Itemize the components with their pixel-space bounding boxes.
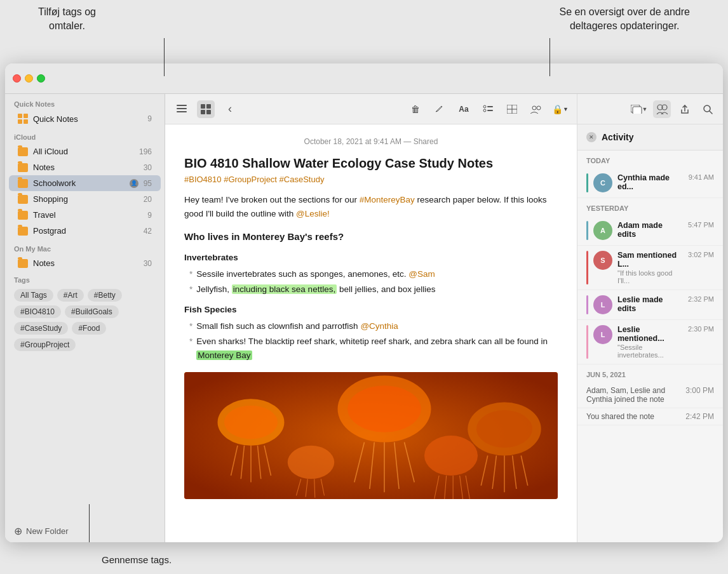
back-icon: ‹ <box>228 102 232 116</box>
activity-info: Leslie mentioned... "Sessile invertebrat… <box>617 325 683 359</box>
svg-point-32 <box>476 410 532 448</box>
activity-close-btn[interactable]: ✕ <box>586 132 597 142</box>
svg-rect-2 <box>177 111 187 112</box>
back-btn[interactable]: ‹ <box>221 100 239 118</box>
shopping-label: Shopping <box>33 194 138 204</box>
monterey-bay-highlight: Monterey Bay <box>196 350 252 360</box>
bullet-item-1: * Sessile invertebrates such as sponges,… <box>184 267 558 281</box>
lock-btn[interactable]: 🔒 ▼ <box>551 100 569 118</box>
cynthia-mention: @Cynthia <box>360 321 398 331</box>
annotation-top-left: Tilføj tags og omtaler. <box>38 5 96 34</box>
bullet-star: * <box>189 319 192 333</box>
svg-point-38 <box>288 446 335 479</box>
grid-icon <box>201 104 211 114</box>
folder-icon <box>18 227 28 236</box>
schoolwork-label: Schoolwork <box>33 178 125 188</box>
activity-icon <box>656 104 668 114</box>
activity-info: Leslie made edits <box>617 295 683 313</box>
activity-info: Cynthia made ed... <box>617 173 684 191</box>
annotation-bottom: Gennemse tags. <box>102 554 172 565</box>
section-title: Who lives in Monterey Bay's reefs? <box>184 229 558 244</box>
tag-bio4810[interactable]: #BIO4810 <box>14 305 61 318</box>
fullscreen-button[interactable] <box>37 74 45 83</box>
postgrad-count: 42 <box>144 227 152 236</box>
traffic-lights <box>13 74 45 83</box>
plus-icon: ⊕ <box>14 525 22 537</box>
tags-label: Tags <box>14 276 156 284</box>
postgrad-label: Postgrad <box>33 226 138 236</box>
activity-name: Cynthia made ed... <box>617 173 684 191</box>
folder-icon <box>18 259 28 268</box>
note-meta: October 18, 2021 at 9:41 AM — Shared <box>184 137 558 146</box>
sam-avatar: S <box>593 251 612 270</box>
tag-groupproject[interactable]: #GroupProject <box>14 338 76 351</box>
search-btn[interactable] <box>699 100 717 118</box>
bullet-item-2: * Jellyfish, including black sea nettles… <box>184 283 558 297</box>
tags-section: Tags All Tags #Art #Betty #BIO4810 #Buil… <box>5 271 165 356</box>
sidebar-item-quick-notes[interactable]: Quick Notes 9 <box>9 110 161 127</box>
photos-btn[interactable]: ▼ <box>630 100 648 118</box>
sidebar-item-shopping[interactable]: Shopping 20 <box>9 191 161 207</box>
svg-point-7 <box>483 105 486 108</box>
lock-icon: 🔒 <box>552 104 563 114</box>
right-toolbar: ▼ <box>577 94 723 124</box>
table-btn[interactable] <box>503 100 521 118</box>
activity-header: ✕ Activity <box>577 124 723 150</box>
tag-buildgoals[interactable]: #BuildGoals <box>65 305 119 318</box>
monterey-bay-mention: #MontereyBay <box>360 195 415 204</box>
share-icon <box>680 104 690 114</box>
search-icon <box>703 104 713 114</box>
activity-sub: "Sessile invertebrates... <box>617 344 683 359</box>
mac-section-label: On My Mac <box>5 239 165 255</box>
bullet-star: * <box>189 335 192 362</box>
tag-all-tags[interactable]: All Tags <box>14 289 53 302</box>
sidebar-item-travel[interactable]: Travel 9 <box>9 207 161 223</box>
activity-btn[interactable] <box>653 100 671 118</box>
sidebar-item-notes-icloud[interactable]: Notes 30 <box>9 159 161 175</box>
all-icloud-label: All iCloud <box>33 147 134 156</box>
activity-item-adam[interactable]: A Adam made edits 5:47 PM <box>577 216 723 246</box>
note-content: October 18, 2021 at 9:41 AM — Shared BIO… <box>165 124 577 542</box>
list-view-btn[interactable] <box>173 100 191 118</box>
grid-view-btn[interactable] <box>197 100 215 118</box>
tag-casestudy[interactable]: #CaseStudy <box>14 322 68 335</box>
activity-item-leslie-mentioned[interactable]: L Leslie mentioned... "Sessile invertebr… <box>577 320 723 364</box>
bullet-star: * <box>189 283 192 297</box>
tag-betty[interactable]: #Betty <box>88 289 122 302</box>
tag-art[interactable]: #Art <box>57 289 84 302</box>
folder-icon <box>18 195 28 204</box>
svg-rect-3 <box>201 104 205 109</box>
text-format-btn[interactable]: Aa <box>455 100 473 118</box>
folder-icon <box>18 211 28 220</box>
tag-food[interactable]: #Food <box>72 322 106 335</box>
minimize-button[interactable] <box>25 74 33 83</box>
travel-label: Travel <box>33 210 142 220</box>
share-btn[interactable] <box>676 100 694 118</box>
edit-btn[interactable] <box>431 100 448 118</box>
titlebar <box>5 63 723 94</box>
activity-item-cynthia-today[interactable]: C Cynthia made ed... 9:41 AM <box>577 168 723 198</box>
activity-title: Activity <box>602 132 634 142</box>
adam-avatar: A <box>593 221 612 240</box>
sidebar-item-notes-mac[interactable]: Notes 30 <box>9 255 161 271</box>
sidebar-item-schoolwork[interactable]: Schoolwork 👤 95 <box>9 175 161 191</box>
activity-joined: 3:00 PM Adam, Sam, Leslie and Cynthia jo… <box>577 382 723 408</box>
new-folder-label: New Folder <box>26 526 68 536</box>
svg-rect-4 <box>206 104 211 109</box>
new-folder-button[interactable]: ⊕ New Folder <box>5 520 165 542</box>
bullet-text-4: Even sharks! The blacktip reef shark, wh… <box>196 335 558 362</box>
delete-btn[interactable]: 🗑 <box>407 100 424 118</box>
join-text: Adam, Sam, Leslie and Cynthia joined the… <box>586 386 665 404</box>
activity-shared: 2:42 PM You shared the note <box>577 408 723 425</box>
shared-icon: 👤 <box>130 179 138 188</box>
activity-name: Leslie made edits <box>617 295 683 313</box>
collab-btn[interactable] <box>527 100 545 118</box>
close-button[interactable] <box>13 74 21 83</box>
activity-item-leslie-edits[interactable]: L Leslie made edits 2:32 PM <box>577 290 723 320</box>
activity-item-sam[interactable]: S Sam mentioned L... "If this looks good… <box>577 246 723 290</box>
sidebar-item-all-icloud[interactable]: All iCloud 196 <box>9 144 161 159</box>
activity-content: TODAY C Cynthia made ed... 9:41 AM YESTE… <box>577 150 723 542</box>
checklist-btn[interactable] <box>479 100 497 118</box>
notes-mac-count: 30 <box>144 259 152 268</box>
sidebar-item-postgrad[interactable]: Postgrad 42 <box>9 223 161 239</box>
